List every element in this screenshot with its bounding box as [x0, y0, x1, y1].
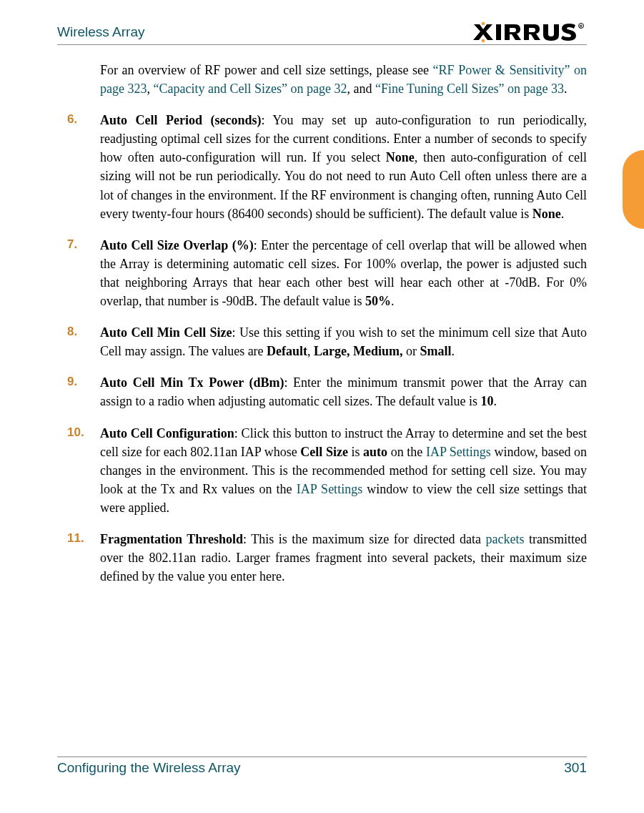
item-text: . [494, 394, 497, 408]
item-value: Cell Size [300, 445, 348, 459]
list-number: 6. [57, 111, 100, 223]
svg-point-1 [579, 24, 584, 29]
list-body: Auto Cell Min Cell Size: Use this settin… [100, 323, 587, 360]
page-header: Wireless Array [57, 21, 587, 45]
item-text: . [561, 207, 565, 221]
item-text: on the [387, 445, 426, 459]
svg-rect-0 [496, 24, 501, 40]
item-text: is [348, 445, 363, 459]
link-iap-settings[interactable]: IAP Settings [426, 445, 491, 459]
link-fine-tuning[interactable]: “Fine Tuning Cell Sizes” on page 33 [375, 82, 564, 96]
item-value: Small [420, 344, 452, 358]
xirrus-logo-icon [472, 21, 587, 43]
list-body: Auto Cell Period (seconds): You may set … [100, 111, 587, 223]
svg-point-2 [482, 22, 485, 26]
svg-point-3 [482, 39, 485, 43]
list-number: 10. [57, 424, 100, 517]
item-title: Auto Cell Min Cell Size [100, 325, 232, 340]
item-title: Auto Cell Period (seconds) [100, 113, 261, 127]
list-item-10: 10. Auto Cell Configuration: Click this … [57, 424, 587, 517]
list-item-9: 9. Auto Cell Min Tx Power (dBm): Enter t… [57, 373, 587, 410]
link-capacity[interactable]: “Capacity and Cell Sizes” on page 32 [153, 82, 347, 96]
link-iap-settings[interactable]: IAP Settings [297, 482, 362, 496]
item-value: 10 [481, 394, 494, 408]
list-number: 8. [57, 323, 100, 360]
item-value: Default [267, 344, 307, 358]
list-item-8: 8. Auto Cell Min Cell Size: Use this set… [57, 323, 587, 360]
brand-logo [472, 21, 587, 43]
intro-paragraph: For an overview of RF power and cell siz… [100, 61, 587, 98]
list-item-7: 7. Auto Cell Size Overlap (%): Enter the… [57, 236, 587, 310]
page-number: 301 [564, 760, 587, 776]
list-item-11: 11. Fragmentation Threshold: This is the… [57, 530, 587, 586]
page: Wireless Array [0, 0, 644, 813]
header-title: Wireless Array [57, 24, 144, 40]
item-title: Fragmentation Threshold [100, 532, 243, 546]
item-title: Auto Cell Min Tx Power (dBm) [100, 375, 284, 390]
body-content: For an overview of RF power and cell siz… [57, 61, 587, 586]
item-value: None [386, 150, 415, 164]
intro-end: . [564, 82, 568, 96]
item-text: , [307, 344, 314, 358]
list-body: Fragmentation Threshold: This is the max… [100, 530, 587, 586]
item-value: 50% [365, 294, 391, 308]
list-number: 11. [57, 530, 100, 586]
item-text: or [403, 344, 420, 358]
item-title: Auto Cell Size Overlap (%) [100, 238, 254, 252]
item-text: . [391, 294, 395, 308]
link-packets[interactable]: packets [485, 532, 524, 546]
intro-sep2: , and [347, 82, 375, 96]
list-number: 7. [57, 236, 100, 310]
item-text: . [452, 344, 455, 358]
list-body: Auto Cell Min Tx Power (dBm): Enter the … [100, 373, 587, 410]
side-thumb-tab [623, 150, 644, 229]
list-body: Auto Cell Size Overlap (%): Enter the pe… [100, 236, 587, 310]
item-title: Auto Cell Configuration [100, 426, 234, 440]
item-text: : This is the maximum size for directed … [243, 532, 486, 546]
list-body: Auto Cell Configuration: Click this butt… [100, 424, 587, 517]
item-value: auto [363, 445, 387, 459]
page-footer: Configuring the Wireless Array 301 [57, 757, 587, 776]
footer-section: Configuring the Wireless Array [57, 760, 241, 776]
item-value: Large, Medium, [314, 344, 402, 358]
list-number: 9. [57, 373, 100, 410]
list-item-6: 6. Auto Cell Period (seconds): You may s… [57, 111, 587, 223]
item-value: None [532, 207, 561, 221]
intro-text: For an overview of RF power and cell siz… [100, 63, 433, 77]
